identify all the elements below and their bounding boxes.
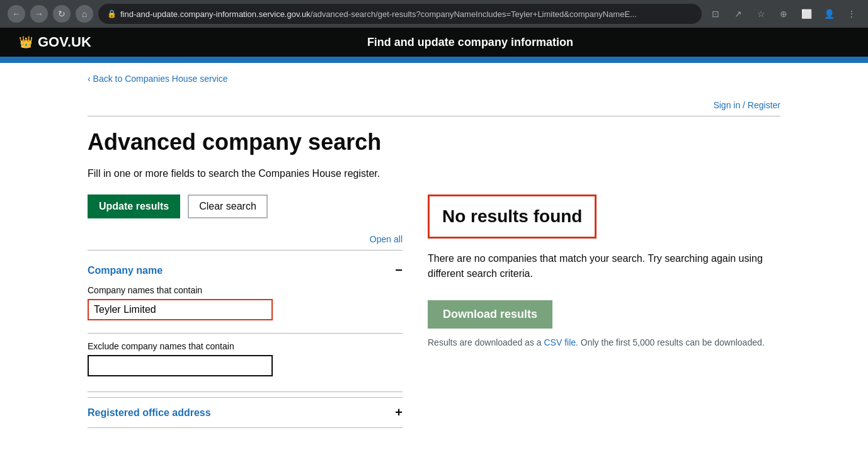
company-name-accordion: Company name − Company names that contai…	[88, 256, 403, 398]
profile-icon[interactable]: 👤	[820, 5, 838, 23]
company-name-accordion-header[interactable]: Company name −	[88, 256, 403, 285]
open-all-row: Open all	[88, 234, 403, 251]
company-name-exclude-input[interactable]	[88, 355, 273, 376]
left-panel: Update results Clear search Open all Com…	[88, 194, 403, 428]
open-all-link[interactable]: Open all	[370, 234, 403, 244]
reload-button[interactable]: ↻	[53, 5, 71, 23]
home-button[interactable]: ⌂	[76, 5, 93, 23]
sign-in-bar: Sign in / Register	[88, 94, 780, 116]
button-row: Update results Clear search	[88, 194, 403, 218]
csv-link[interactable]: CSV file	[544, 337, 576, 347]
page-subtitle: Fill in one or more fields to search the…	[88, 168, 780, 179]
clear-search-button[interactable]: Clear search	[188, 194, 268, 218]
bookmark-icon[interactable]: ☆	[752, 5, 770, 23]
govuk-header: 👑 GOV.UK Find and update company informa…	[0, 28, 868, 57]
main-container: Back to Companies House service Sign in …	[69, 73, 799, 428]
right-panel: No results found There are no companies …	[428, 194, 780, 428]
header-title: Find and update company information	[91, 36, 849, 49]
forward-button[interactable]: →	[30, 5, 48, 23]
company-name-toggle: −	[395, 263, 403, 278]
extensions-icon[interactable]: ⊕	[775, 5, 792, 23]
menu-icon[interactable]: ⋮	[843, 5, 860, 23]
section-divider-2	[88, 392, 403, 392]
url-text: find-and-update.company-information.serv…	[120, 9, 637, 19]
company-name-title: Company name	[88, 265, 163, 276]
section-divider-1	[88, 333, 403, 334]
registered-office-accordion-header[interactable]: Registered office address +	[88, 398, 403, 427]
contains-label: Company names that contain	[88, 285, 403, 295]
company-name-content: Company names that contain Exclude compa…	[88, 285, 403, 386]
registered-office-accordion: Registered office address +	[88, 398, 403, 428]
url-bar[interactable]: 🔒 find-and-update.company-information.se…	[98, 4, 702, 24]
download-note-prefix: Results are downloaded as a	[428, 337, 544, 347]
window-icon[interactable]: ⬜	[797, 5, 815, 23]
download-note: Results are downloaded as a CSV file. On…	[428, 336, 780, 349]
back-link-container: Back to Companies House service	[88, 73, 780, 84]
page-title: Advanced company search	[88, 129, 780, 155]
registered-office-toggle: +	[395, 405, 403, 420]
share-icon[interactable]: ↗	[729, 5, 747, 23]
screenshot-icon[interactable]: ⊡	[707, 5, 724, 23]
registered-office-title: Registered office address	[88, 407, 211, 419]
no-results-heading: No results found	[442, 206, 582, 227]
no-results-text: There are no companies that match your s…	[428, 251, 780, 281]
contains-input-wrapper	[88, 299, 273, 320]
back-link[interactable]: Back to Companies House service	[88, 74, 228, 84]
content-layout: Update results Clear search Open all Com…	[88, 194, 780, 428]
sign-in-link[interactable]: Sign in / Register	[713, 100, 780, 110]
update-results-button[interactable]: Update results	[88, 194, 180, 218]
download-results-button[interactable]: Download results	[428, 300, 552, 329]
no-results-box: No results found	[428, 194, 597, 239]
crown-icon: 👑	[19, 35, 33, 49]
govuk-logo-text: GOV.UK	[38, 34, 91, 50]
govuk-logo: 👑 GOV.UK	[19, 34, 91, 50]
download-note-suffix: . Only the first 5,000 results can be do…	[576, 337, 765, 347]
browser-actions: ⊡ ↗ ☆ ⊕ ⬜ 👤 ⋮	[707, 5, 860, 23]
exclude-label: Exclude company names that contain	[88, 341, 403, 351]
back-button[interactable]: ←	[8, 5, 25, 23]
browser-chrome: ← → ↻ ⌂ 🔒 find-and-update.company-inform…	[0, 0, 868, 28]
lock-icon: 🔒	[107, 9, 117, 18]
blue-bar	[0, 57, 868, 63]
company-name-contains-input[interactable]	[89, 300, 271, 319]
